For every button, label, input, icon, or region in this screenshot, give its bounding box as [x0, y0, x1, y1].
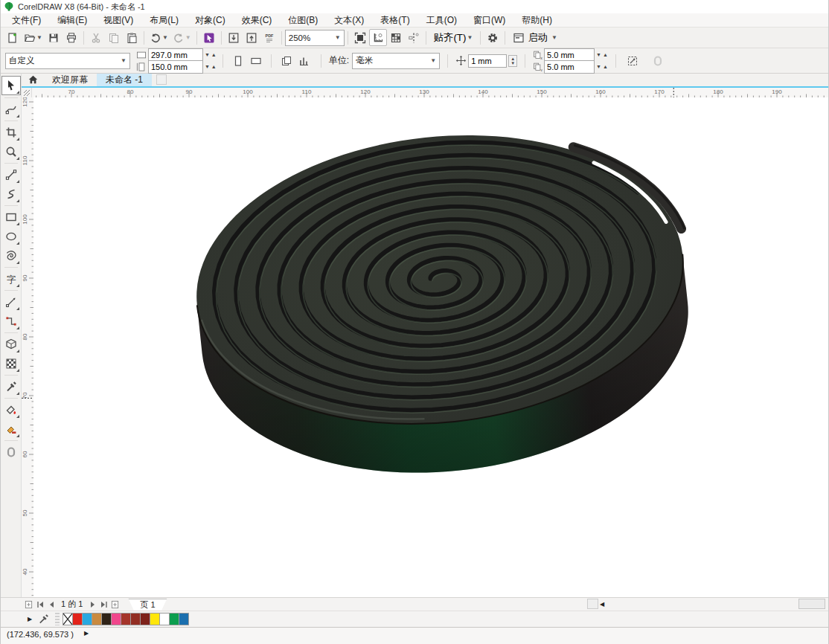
color-swatch-8[interactable]	[140, 613, 150, 625]
application-launcher[interactable]: 启动▼	[508, 29, 562, 46]
vertical-ruler[interactable]: 120110100908070605040	[22, 97, 34, 597]
ruler-origin[interactable]	[22, 88, 32, 98]
grid-button[interactable]	[387, 29, 405, 46]
tab-document[interactable]: 未命名 -1	[97, 74, 152, 86]
scrollbar-splitter-handle[interactable]	[587, 599, 598, 609]
menu-item-0[interactable]: 文件(F)	[4, 13, 49, 28]
scroll-left-arrow[interactable]: ◀	[600, 601, 604, 608]
color-swatch-12[interactable]	[179, 613, 189, 625]
shape-tool[interactable]	[2, 100, 20, 118]
transparency-tool[interactable]	[2, 355, 20, 373]
color-swatch-4[interactable]	[101, 613, 112, 625]
open-button[interactable]: ▼	[22, 29, 45, 46]
menu-item-10[interactable]: 窗口(W)	[465, 13, 513, 28]
tab-welcome-screen[interactable]: 欢迎屏幕	[43, 74, 97, 86]
rulers-button[interactable]	[369, 29, 387, 46]
new-tab-button[interactable]	[156, 74, 167, 85]
drawing-canvas[interactable]	[33, 97, 828, 597]
search-content-button[interactable]	[200, 29, 218, 46]
menu-item-4[interactable]: 对象(C)	[187, 13, 234, 28]
menu-item-9[interactable]: 工具(O)	[418, 13, 465, 28]
color-swatch-6[interactable]	[121, 613, 131, 625]
undo-button[interactable]: ▼	[147, 29, 170, 46]
scale-with-object-button[interactable]	[649, 52, 667, 69]
horizontal-ruler[interactable]: 708090100110120130140150160170180190	[32, 88, 828, 98]
palette-drag-handle[interactable]	[55, 613, 60, 625]
page-height-field[interactable]	[148, 60, 203, 74]
pdf-button[interactable]: PDF	[260, 29, 278, 46]
copy-button[interactable]	[105, 29, 123, 46]
color-swatch-7[interactable]	[130, 613, 141, 625]
landscape-button[interactable]	[247, 52, 265, 69]
duplicate-y-field[interactable]	[544, 60, 595, 74]
menu-item-11[interactable]: 帮助(H)	[513, 13, 560, 28]
redo-button[interactable]: ▼	[170, 29, 193, 46]
page-size-preset-select[interactable]: 自定义▼	[5, 53, 130, 69]
page-tab[interactable]: 页 1	[128, 599, 167, 611]
export-button[interactable]	[243, 29, 260, 46]
guidelines-button[interactable]	[405, 29, 423, 46]
all-pages-button[interactable]	[278, 52, 295, 69]
scrollbar-thumb[interactable]	[798, 599, 825, 609]
color-swatch-2[interactable]	[82, 613, 92, 625]
page-width-spinner[interactable]: ▼ ▲	[205, 52, 217, 57]
color-swatch-10[interactable]	[159, 613, 170, 625]
zoom-level-select[interactable]: 250%▼	[285, 30, 345, 46]
nudge-distance-field[interactable]	[468, 54, 507, 68]
nudge-spinner[interactable]: ▲▼	[508, 55, 517, 67]
menu-item-2[interactable]: 视图(V)	[95, 13, 141, 28]
text-tool[interactable]: 字	[2, 270, 20, 288]
artistic-media-tool[interactable]	[2, 185, 20, 203]
options-gear-button[interactable]	[484, 29, 502, 46]
paste-button[interactable]	[123, 29, 141, 46]
zoom-tool[interactable]	[2, 143, 20, 161]
crop-tool[interactable]	[2, 123, 20, 141]
home-icon[interactable]	[28, 74, 39, 85]
import-button[interactable]	[225, 29, 243, 46]
last-page-button[interactable]	[98, 599, 109, 610]
page-height-spinner[interactable]: ▼ ▲	[205, 64, 217, 69]
treat-as-filled-button[interactable]	[624, 52, 641, 69]
interactive-fill-tool[interactable]	[2, 401, 20, 419]
menu-item-5[interactable]: 效果(C)	[234, 13, 281, 28]
color-swatch-11[interactable]	[169, 613, 179, 625]
menu-item-6[interactable]: 位图(B)	[280, 13, 326, 28]
outline-tool[interactable]	[2, 443, 20, 461]
extrude-tool[interactable]	[2, 335, 20, 353]
color-eyedropper-tool[interactable]	[2, 378, 20, 396]
first-page-button[interactable]	[34, 599, 45, 610]
ellipse-tool[interactable]	[2, 228, 20, 245]
no-color-swatch[interactable]	[63, 613, 73, 625]
duplicate-x-spinner[interactable]: ▼ ▲	[596, 52, 608, 57]
menu-item-7[interactable]: 文本(X)	[326, 13, 372, 28]
dimension-tool[interactable]	[2, 293, 20, 311]
portrait-button[interactable]	[229, 52, 247, 69]
add-page-after-button[interactable]	[109, 599, 121, 610]
snap-to-dropdown[interactable]: 贴齐(T)▼	[429, 29, 478, 46]
connector-tool[interactable]	[2, 312, 20, 330]
menu-item-3[interactable]: 布局(L)	[141, 13, 187, 28]
palette-flyout-arrow[interactable]: ▶	[28, 616, 32, 622]
add-page-before-button[interactable]	[23, 599, 34, 610]
extruded-spiral-object[interactable]	[33, 97, 828, 597]
save-button[interactable]	[45, 29, 63, 46]
smart-fill-tool[interactable]	[2, 420, 20, 438]
palette-eyedropper-icon[interactable]	[38, 614, 49, 625]
menu-item-1[interactable]: 编辑(E)	[49, 13, 95, 28]
color-swatch-1[interactable]	[72, 613, 83, 625]
color-swatch-9[interactable]	[150, 613, 160, 625]
freehand-tool[interactable]	[2, 166, 20, 184]
fullscreen-preview-button[interactable]	[351, 29, 369, 46]
horizontal-scrollbar[interactable]: ◀	[587, 599, 828, 609]
current-page-button[interactable]	[295, 52, 313, 69]
pick-tool[interactable]	[1, 76, 21, 95]
spiral-tool[interactable]	[2, 247, 20, 265]
units-select[interactable]: 毫米▼	[352, 53, 440, 69]
color-swatch-5[interactable]	[111, 613, 121, 625]
status-expand-arrow[interactable]: ▶	[84, 630, 89, 637]
duplicate-y-spinner[interactable]: ▼ ▲	[596, 64, 608, 69]
menu-item-8[interactable]: 表格(T)	[372, 13, 417, 28]
next-page-button[interactable]	[87, 599, 98, 610]
cut-button[interactable]	[87, 29, 105, 46]
previous-page-button[interactable]	[45, 599, 57, 610]
